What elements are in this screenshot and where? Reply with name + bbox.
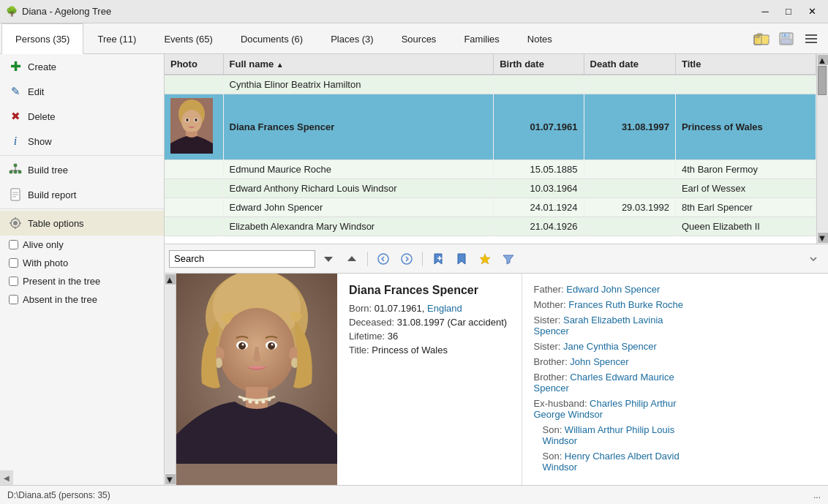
table-row[interactable]: Edward Anthony Richard Louis Windsor10.0… (165, 179, 816, 198)
relation-role: Mother: (534, 299, 569, 310)
relation-line: Son: Henry Charles Albert David Windsor (534, 451, 695, 473)
go-forward-button[interactable] (396, 249, 417, 269)
nav-down-button[interactable] (318, 249, 339, 269)
cell-name: Diana Frances Spencer (223, 94, 494, 160)
scroll-thumb[interactable] (818, 66, 827, 95)
relation-person-link[interactable]: John Spencer (570, 356, 628, 367)
svg-rect-12 (14, 164, 17, 167)
filter-with-photo[interactable]: With photo (0, 254, 164, 272)
relation-person-link[interactable]: Jane Cynthia Spencer (563, 341, 657, 352)
tab-families[interactable]: Families (450, 23, 513, 53)
scroll-up-button[interactable]: ▲ (818, 55, 828, 65)
star-button[interactable] (475, 249, 495, 269)
svg-rect-11 (805, 42, 817, 43)
relation-person-link[interactable]: Frances Ruth Burke Roche (568, 299, 683, 310)
sidebar-item-edit[interactable]: ✎ Edit (0, 79, 164, 104)
sidebar-item-build-report[interactable]: Build report (0, 182, 164, 207)
build-report-label: Build report (28, 189, 76, 200)
bookmark-button[interactable] (451, 249, 472, 269)
table-row[interactable]: Diana Frances Spencer01.07.196131.08.199… (165, 94, 816, 160)
filter-absent-in-tree[interactable]: Absent in the tree (0, 290, 164, 309)
back-arrow-icon (377, 253, 390, 265)
search-input[interactable] (169, 250, 315, 268)
born-place-link[interactable]: England (427, 303, 462, 314)
detail-scrollbar[interactable]: ▲ ▼ (165, 274, 176, 485)
table-row[interactable]: Elizabeth Alexandra Mary Windsor21.04.19… (165, 217, 816, 236)
person-born-line: Born: 01.07.1961, England (349, 303, 510, 314)
main-layout: ✚ Create ✎ Edit ✖ Delete i Show (0, 54, 828, 485)
open-file-button[interactable] (750, 29, 772, 49)
table-options-header[interactable]: Table options (0, 211, 164, 236)
filter-alive-only[interactable]: Alive only (0, 236, 164, 254)
save-icon (778, 31, 794, 46)
content-area: Photo Full name ▲ Birth date (165, 54, 828, 485)
absent-in-tree-checkbox[interactable] (9, 295, 18, 304)
tab-places[interactable]: Places (3) (317, 23, 388, 53)
diana-photo (176, 274, 337, 464)
delete-label: Delete (28, 111, 56, 122)
filter-button[interactable] (498, 249, 519, 269)
with-photo-checkbox[interactable] (9, 258, 18, 268)
present-in-tree-checkbox[interactable] (9, 277, 18, 286)
sidebar-item-create[interactable]: ✚ Create (0, 54, 164, 79)
table-row[interactable]: Cynthia Elinor Beatrix Hamilton (165, 75, 816, 94)
col-header-birthdate[interactable]: Birth date (494, 54, 584, 75)
detail-scroll-up[interactable]: ▲ (165, 274, 176, 285)
nav-up-button[interactable] (342, 249, 362, 269)
table-scrollbar[interactable]: ▲ ▼ (816, 54, 828, 244)
tab-tree[interactable]: Tree (11) (83, 23, 150, 53)
close-button[interactable]: ✕ (802, 4, 822, 20)
relation-role: Son: (543, 451, 565, 462)
titlebar: 🌳 Diana - Agelong Tree ─ □ ✕ (0, 0, 828, 23)
table-row[interactable]: Edward John Spencer24.01.192429.03.19928… (165, 198, 816, 217)
detail-scroll-down[interactable]: ▼ (165, 474, 176, 484)
table-options-label: Table options (28, 218, 84, 229)
sidebar-item-show[interactable]: i Show (0, 129, 164, 154)
add-bookmark-button[interactable] (428, 249, 448, 269)
col-header-deathdate[interactable]: Death date (584, 54, 675, 75)
born-value: 01.07.1961, (375, 303, 425, 314)
lifetime-label: Lifetime: (349, 331, 385, 342)
relation-line: Sister: Jane Cynthia Spencer (534, 341, 695, 352)
absent-in-tree-label: Absent in the tree (23, 294, 97, 305)
cell-death (584, 75, 675, 94)
sort-asc-icon: ▲ (276, 61, 284, 69)
cell-birth: 15.05.1885 (494, 160, 584, 179)
minimize-button[interactable]: ─ (755, 4, 775, 20)
go-back-button[interactable] (373, 249, 394, 269)
col-header-title[interactable]: Title (675, 54, 816, 75)
relation-role: Sister: (534, 315, 563, 326)
relation-role: Son: (543, 424, 565, 435)
build-report-icon (9, 188, 22, 201)
sidebar-divider-1 (0, 155, 164, 156)
title-value: Princess of Wales (372, 345, 448, 356)
tab-sources[interactable]: Sources (388, 23, 451, 53)
sidebar-item-build-tree[interactable]: Build tree (0, 157, 164, 182)
cell-photo (165, 75, 223, 94)
edit-icon: ✎ (9, 85, 22, 98)
menu-button[interactable] (800, 29, 822, 49)
cell-name: Edward Anthony Richard Louis Windsor (223, 179, 494, 198)
alive-only-checkbox[interactable] (9, 240, 18, 249)
tab-notes[interactable]: Notes (513, 23, 566, 53)
table-inner[interactable]: Photo Full name ▲ Birth date (165, 54, 816, 244)
scroll-down-button[interactable]: ▼ (818, 233, 828, 243)
tab-persons[interactable]: Persons (35) (1, 23, 83, 54)
panel-collapse-button[interactable] (803, 249, 824, 269)
relation-person-link[interactable]: Edward John Spencer (566, 284, 660, 295)
tab-events[interactable]: Events (65) (150, 23, 226, 53)
maximize-button[interactable]: □ (778, 4, 799, 20)
svg-point-57 (243, 398, 246, 402)
tab-documents[interactable]: Documents (6) (227, 23, 317, 53)
table-row[interactable]: Edmund Maurice Roche15.05.18854th Baron … (165, 160, 816, 179)
svg-point-50 (242, 344, 244, 346)
table-wrapper: Photo Full name ▲ Birth date (165, 54, 828, 244)
window-controls: ─ □ ✕ (755, 4, 822, 20)
filter-present-in-tree[interactable]: Present in the tree (0, 272, 164, 290)
col-header-fullname[interactable]: Full name ▲ (223, 54, 494, 75)
sidebar-collapse-button[interactable]: ◀ (0, 470, 13, 485)
sidebar-item-delete[interactable]: ✖ Delete (0, 104, 164, 129)
detail-scroll-track (165, 285, 176, 473)
save-button[interactable] (775, 29, 797, 49)
build-tree-icon (9, 163, 22, 176)
